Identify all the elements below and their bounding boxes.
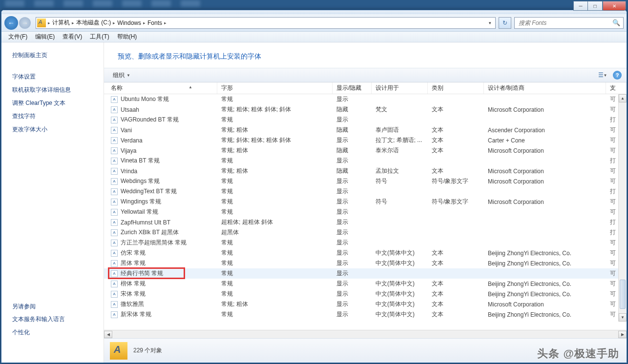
font-show-cell: 显示 [333, 177, 372, 185]
font-row[interactable]: A仿宋 常规常规显示中文(简体中文)文本Beijing ZhongYi Elec… [104, 248, 627, 258]
organize-button[interactable]: 组织 ▼ [109, 70, 134, 81]
menu-file[interactable]: 文件(F) [4, 33, 31, 41]
font-row[interactable]: A微软雅黑常规; 粗体显示中文(简体中文)文本Microsoft Corpora… [104, 299, 627, 309]
font-shape-cell: 常规 [217, 95, 333, 103]
vertical-scrollbar[interactable]: ▲ ▼ [618, 94, 627, 322]
font-row[interactable]: AVrinda常规; 粗体隐藏孟加拉文文本Microsoft Corporati… [104, 166, 627, 176]
font-name-cell: AYellowtail 常规 [104, 208, 217, 216]
horizontal-scrollbar[interactable]: ◀ ▶ [104, 330, 627, 338]
font-row[interactable]: A新宋体 常规常规显示中文(简体中文)文本Beijing ZhongYi Ele… [104, 309, 627, 320]
scroll-right-button[interactable]: ▶ [618, 331, 627, 338]
font-row[interactable]: AVijaya常规; 粗体隐藏泰米尔语文本Microsoft Corporati… [104, 145, 627, 156]
col-show[interactable]: 显示/隐藏 [333, 82, 372, 94]
search-input[interactable] [518, 19, 612, 27]
sidebar-cleartype[interactable]: 调整 ClearType 文本 [1, 97, 104, 110]
col-name[interactable]: 名称▲ [104, 82, 217, 94]
font-row[interactable]: AVAGRounded BT 常规常规显示打 [104, 115, 627, 125]
font-row[interactable]: AUbuntu Mono 常规常规显示可 [104, 94, 627, 104]
font-row[interactable]: AVineta BT 常规常规显示打 [104, 156, 627, 166]
col-extra[interactable]: 支 [606, 82, 627, 94]
menu-edit[interactable]: 编辑(E) [31, 33, 59, 41]
minimize-button[interactable]: ─ [573, 1, 588, 11]
breadcrumb-windows[interactable]: Windows [115, 20, 143, 26]
font-name-cell: AVrinda [104, 168, 217, 175]
font-row[interactable]: AYellowtail 常规常规显示可 [104, 207, 627, 217]
sort-asc-icon: ▲ [188, 85, 192, 89]
font-show-cell: 显示 [333, 280, 372, 288]
font-cat-cell: 文本 [428, 300, 484, 308]
col-cat[interactable]: 类别 [428, 82, 484, 94]
sidebar-font-settings[interactable]: 字体设置 [1, 70, 104, 83]
chevron-right-icon[interactable]: ▸ [164, 20, 167, 25]
font-row[interactable]: AZapfHumnst Ult BT超粗体; 超粗体 斜体显示打 [104, 217, 627, 227]
font-extra-cell: 可 [606, 300, 616, 308]
sidebar-find-char[interactable]: 查找字符 [1, 110, 104, 123]
search-box[interactable]: 🔍 [514, 17, 624, 29]
help-icon[interactable]: ? [613, 71, 622, 80]
address-dropdown[interactable]: ▾ [485, 20, 494, 25]
font-row[interactable]: A楷体 常规常规显示中文(简体中文)文本Beijing ZhongYi Elec… [104, 279, 627, 289]
font-extra-cell: 可 [606, 290, 616, 298]
font-row[interactable]: A方正兰亭超细黑简体 常规常规显示可 [104, 238, 627, 248]
font-shape-cell: 常规 [217, 269, 333, 278]
font-row[interactable]: A黑体 常规常规显示中文(简体中文)文本Beijing ZhongYi Elec… [104, 258, 627, 268]
font-row[interactable]: AZurich XBlk BT 超黑体超黑体显示打 [104, 227, 627, 238]
font-file-icon: A [111, 219, 118, 226]
font-extra-cell: 可 [606, 310, 616, 319]
breadcrumb-fonts[interactable]: Fonts [146, 20, 164, 26]
font-row[interactable]: A经典行书简 常规常规显示可 [104, 268, 627, 279]
font-maker-cell: Microsoft Corporation [484, 178, 606, 185]
back-button[interactable]: ← [4, 16, 18, 30]
sidebar-home[interactable]: 控制面板主页 [1, 49, 104, 61]
font-row[interactable]: AVerdana常规; 斜体; 粗体; 粗体 斜体显示拉丁文; 希腊语; ...… [104, 135, 627, 145]
scroll-up-button[interactable]: ▲ [619, 94, 627, 102]
font-row[interactable]: AVani常规; 粗体隐藏泰卢固语文本Ascender Corporation可 [104, 125, 627, 135]
watermark: 头条 @极速手助 [537, 346, 619, 361]
font-cat-cell: 文本 [428, 105, 484, 114]
maximize-button[interactable]: □ [588, 1, 603, 11]
font-extra-cell: 可 [606, 136, 616, 144]
font-file-icon: A [111, 240, 118, 246]
col-lang[interactable]: 设计用于 [372, 82, 428, 94]
column-headers: 名称▲ 字形 显示/隐藏 设计用于 类别 设计者/制造商 支 [104, 82, 627, 94]
breadcrumb-computer[interactable]: 计算机 [50, 19, 72, 27]
font-row[interactable]: AWingdings 常规常规显示符号符号/象形文字Microsoft Corp… [104, 197, 627, 207]
scroll-down-button[interactable]: ▼ [619, 313, 627, 322]
col-maker[interactable]: 设计者/制造商 [484, 82, 606, 94]
font-extra-cell: 可 [606, 167, 616, 175]
font-file-icon: A [111, 311, 118, 318]
font-maker-cell: Beijing ZhongYi Electronics, Co. [484, 260, 606, 267]
breadcrumb-drive[interactable]: 本地磁盘 (C:) [74, 19, 113, 27]
col-shape[interactable]: 字形 [217, 82, 333, 94]
close-button[interactable]: ✕ [603, 1, 626, 11]
sidebar-font-size[interactable]: 更改字体大小 [1, 123, 104, 136]
font-row[interactable]: AWeddingText BT 常规常规显示打 [104, 186, 627, 197]
font-extra-cell: 打 [606, 157, 616, 165]
font-row[interactable]: AWebdings 常规常规显示符号符号/象形文字Microsoft Corpo… [104, 176, 627, 186]
search-icon[interactable]: 🔍 [612, 19, 620, 26]
font-row[interactable]: AUtsaah常规; 粗体; 粗体 斜体; 斜体隐藏梵文文本Microsoft … [104, 104, 627, 115]
menu-view[interactable]: 查看(V) [59, 33, 86, 41]
view-options-button[interactable]: ☰ ▼ [597, 71, 608, 79]
sidebar-online-fonts[interactable]: 联机获取字体详细信息 [1, 83, 104, 97]
font-lang-cell: 中文(简体中文) [372, 249, 428, 257]
font-show-cell: 显示 [333, 157, 372, 165]
font-row[interactable]: A宋体 常规常规显示中文(简体中文)文本Beijing ZhongYi Elec… [104, 289, 627, 299]
menu-help[interactable]: 帮助(H) [113, 33, 141, 41]
navbar: ← → ▸ 计算机 ▸ 本地磁盘 (C:) ▸ Windows ▸ Fonts … [1, 14, 627, 32]
sidebar-text-services[interactable]: 文本服务和输入语言 [1, 313, 104, 326]
scroll-thumb[interactable] [620, 280, 626, 309]
font-file-icon: A [111, 96, 118, 103]
font-cat-cell: 符号/象形文字 [428, 198, 484, 206]
font-show-cell: 显示 [333, 228, 372, 237]
refresh-button[interactable]: ↻ [499, 17, 511, 29]
address-bar[interactable]: ▸ 计算机 ▸ 本地磁盘 (C:) ▸ Windows ▸ Fonts ▸ ▾ [36, 17, 496, 29]
main-panel: 预览、删除或者显示和隐藏计算机上安装的字体 组织 ▼ ☰ ▼ ? 名称▲ 字形 … [104, 42, 627, 363]
forward-button[interactable]: → [19, 17, 31, 29]
font-shape-cell: 常规; 粗体 [217, 300, 333, 308]
titlebar[interactable] [1, 10, 627, 14]
sidebar-personalize[interactable]: 个性化 [1, 326, 104, 339]
scroll-left-button[interactable]: ◀ [104, 331, 112, 338]
menu-tools[interactable]: 工具(T) [86, 33, 113, 41]
font-shape-cell: 常规; 粗体 [217, 126, 333, 134]
